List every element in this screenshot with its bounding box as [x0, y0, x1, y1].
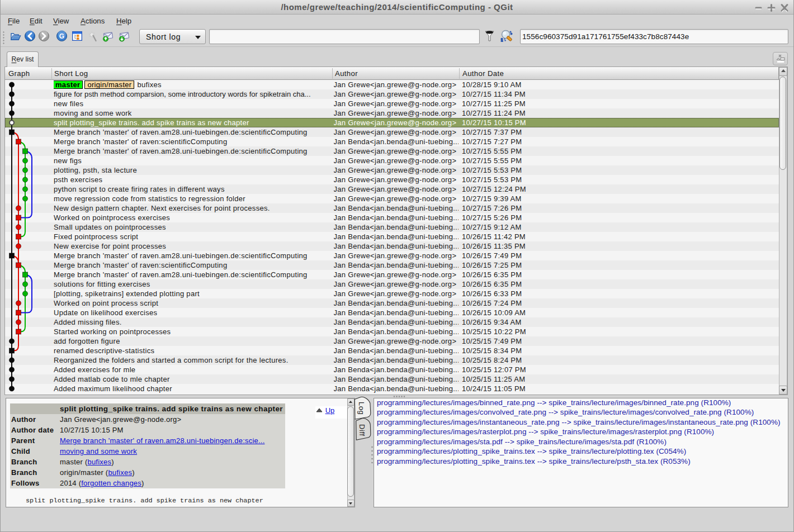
svg-text:G: G: [59, 32, 64, 40]
